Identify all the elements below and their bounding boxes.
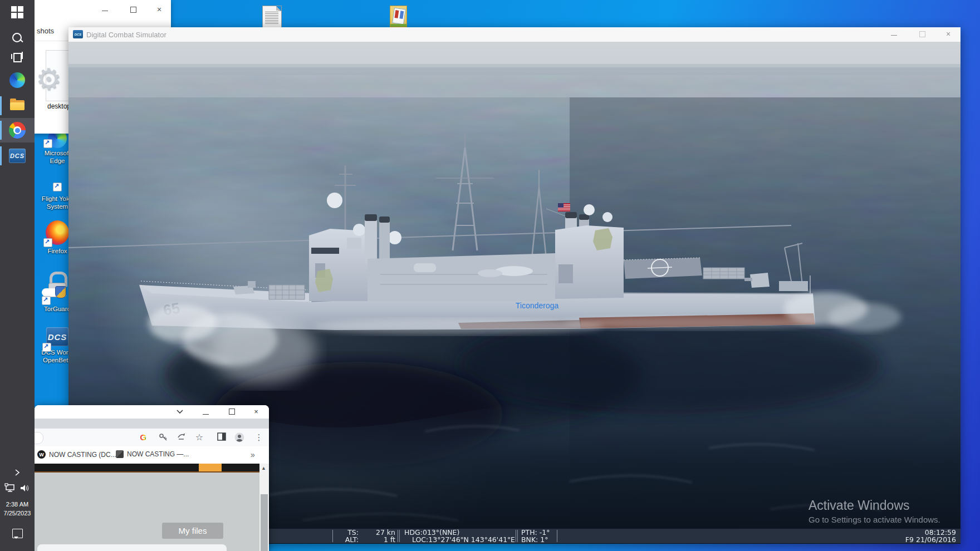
profile-avatar[interactable]: [234, 432, 244, 442]
tray-icons: [0, 483, 35, 495]
taskbar-edge[interactable]: [0, 68, 35, 92]
running-indicator: [0, 121, 2, 140]
network-icon[interactable]: [4, 483, 16, 493]
scroll-up-arrow[interactable]: ▲: [261, 465, 266, 471]
share-icon[interactable]: [176, 432, 186, 442]
text-document-desktop-icon[interactable]: [262, 6, 282, 28]
bookmark-label: NOW CASTING (DC...: [49, 451, 116, 459]
breadcrumb: shots: [37, 27, 54, 35]
taskbar-dcs[interactable]: DCS: [0, 144, 35, 168]
minimize-button[interactable]: [891, 30, 901, 39]
close-button[interactable]: ×: [943, 30, 953, 39]
bookmark-item[interactable]: NOW CASTING —...: [116, 450, 189, 458]
task-view-button[interactable]: [0, 45, 35, 69]
page-header-strip: [35, 464, 259, 471]
running-indicator: [0, 146, 2, 165]
minimize-button[interactable]: [200, 407, 210, 416]
dcs-titlebar[interactable]: DCS Digital Combat Simulator ×: [68, 27, 961, 42]
ship-name-label: Ticonderoga: [516, 301, 558, 310]
document-lines: [265, 11, 278, 25]
bookmark-label: NOW CASTING —...: [127, 450, 189, 458]
activate-windows-watermark: Activate Windows: [808, 498, 910, 513]
side-panel-icon[interactable]: [217, 432, 227, 442]
password-key-icon[interactable]: [158, 432, 168, 442]
activate-windows-subtitle: Go to Settings to activate Windows.: [808, 515, 940, 524]
dcs-logo-icon: DCS: [73, 30, 83, 38]
start-button[interactable]: [0, 0, 35, 24]
bookmark-star-icon[interactable]: ☆: [194, 432, 204, 442]
taskbar-file-explorer[interactable]: [0, 94, 35, 118]
picture-folder-desktop-icon[interactable]: [390, 6, 407, 27]
search-icon: [12, 32, 23, 43]
hud-alt-label: ALT:: [335, 536, 359, 543]
chrome-icon: [9, 122, 26, 139]
running-indicator: [0, 96, 2, 115]
us-flag: [558, 203, 570, 211]
volume-icon[interactable]: [20, 484, 30, 493]
clock-time: 2:38 AM: [0, 500, 35, 509]
clock-date: 7/25/2023: [0, 509, 35, 518]
maximize-button[interactable]: [128, 6, 138, 14]
content-card: [37, 544, 227, 551]
shortcut-arrow-icon: [42, 343, 51, 352]
hud-location: LOC:13°27'46"N 143°46'41"E: [404, 536, 516, 543]
gear-file-icon[interactable]: ⚙: [36, 62, 62, 96]
dcs-icon: DCS: [9, 149, 26, 163]
close-button[interactable]: ×: [251, 407, 261, 416]
close-button[interactable]: ×: [154, 6, 164, 14]
scrollbar[interactable]: ▲: [259, 464, 269, 551]
bookmarks-bar: W NOW CASTING (DC... NOW CASTING —... »: [35, 446, 269, 464]
scrollbar-thumb[interactable]: [261, 494, 268, 551]
maximize-button[interactable]: [227, 407, 237, 416]
action-center-icon: [12, 529, 23, 538]
edge-icon: [9, 72, 25, 88]
bookmark-item[interactable]: W NOW CASTING (DC...: [37, 450, 116, 459]
browser-toolbar: G ☆ ⋮: [35, 429, 269, 447]
windows-logo-icon: [11, 6, 23, 18]
shortcut-arrow-icon: [43, 238, 52, 247]
folder-strip: [390, 24, 406, 27]
shortcut-arrow-icon: [43, 139, 52, 148]
bookmarks-overflow-chevron[interactable]: »: [251, 450, 255, 459]
shortcut-arrow-icon: [53, 183, 62, 191]
hud-bank-label: BNK:: [521, 535, 538, 544]
horizon-band: [68, 42, 961, 67]
icon-label: Firefox: [47, 248, 67, 254]
taskbar-clock[interactable]: 2:38 AM 7/25/2023: [0, 500, 35, 518]
icon-label: System: [47, 203, 68, 210]
minimize-button[interactable]: [102, 6, 112, 14]
icon-label: Edge: [50, 158, 65, 164]
w-circle-favicon: W: [37, 450, 46, 459]
file-explorer-icon: [10, 100, 24, 111]
chevron-right-icon: [14, 469, 20, 476]
tray-expand-button[interactable]: [0, 469, 35, 479]
action-center-button[interactable]: [0, 529, 35, 538]
hud-bank-value: 1°: [540, 535, 548, 544]
window-title: Digital Combat Simulator: [86, 31, 166, 39]
icon-label: Microsoft: [45, 150, 71, 156]
file-name: desktop: [47, 102, 71, 110]
cube-favicon: [116, 450, 124, 458]
taskbar-chrome[interactable]: [0, 118, 35, 142]
photo-card: [392, 8, 406, 25]
page-content[interactable]: My files: [35, 473, 259, 551]
maximize-button[interactable]: [917, 30, 927, 39]
tab-search-chevron-icon[interactable]: [175, 407, 185, 416]
taskbar: DCS 2:38 AM 7/25/2023: [0, 0, 35, 551]
my-files-button[interactable]: My files: [162, 523, 223, 539]
desktop-root: { "taskbar": { "items": [ {"icon": "wind…: [0, 0, 980, 551]
google-icon[interactable]: G: [138, 432, 148, 442]
task-view-icon: [11, 52, 23, 62]
page-header-accent: [199, 464, 222, 471]
hud-sim-time: 08:12:59: [557, 529, 956, 536]
hud-alt-value: 1 ft: [359, 536, 395, 543]
browser-caption-bar[interactable]: ×: [35, 405, 269, 419]
menu-dots-icon[interactable]: ⋮: [254, 432, 264, 442]
icon-label: TorGuard: [44, 306, 71, 312]
hud-frame-date: F9 21/06/2016: [557, 536, 956, 543]
tab-strip[interactable]: [35, 419, 269, 429]
icon-label: OpenBeta: [43, 357, 72, 363]
chrome-window: × G ☆ ⋮ W NOW CASTING (DC... NOW CASTING…: [35, 405, 269, 551]
